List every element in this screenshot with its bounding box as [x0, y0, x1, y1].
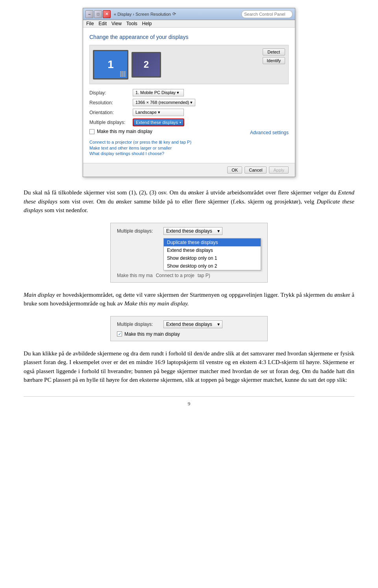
apply-button[interactable]: Apply — [269, 166, 289, 174]
para2-italic1: Main display — [24, 292, 55, 298]
display-dropdown[interactable]: 1. Mobile PC Display ▾ — [133, 89, 184, 96]
orientation-dropdown[interactable]: Landscape ▾ — [133, 109, 184, 116]
extend-multiple-row: Multiple displays: Extend these displays… — [117, 320, 261, 328]
para1-text3: som vist nedenfor. — [43, 207, 88, 213]
nav-arrow-icon: ⟳ — [172, 11, 176, 17]
paragraph-1: Du skal nå få tilkoblede skjermer vist s… — [24, 188, 354, 215]
orientation-label: Orientation: — [89, 110, 133, 115]
make-main-checkbox[interactable] — [89, 129, 94, 134]
display-dropdown-value: 1. Mobile PC Display ▾ — [135, 90, 179, 95]
dropdown-item-duplicate[interactable]: Duplicate these displays — [164, 239, 261, 246]
breadcrumb: « Display › Screen Resolution ⟳ — [114, 11, 241, 17]
detect-identify-group: Detect Identify — [263, 48, 285, 64]
resolution-dropdown[interactable]: 1366 × 768 (recommended) ▾ — [133, 99, 195, 106]
extend-multiple-label: Multiple displays: — [117, 322, 160, 327]
win-footer: OK Cancel Apply — [83, 163, 295, 177]
paragraph-2: Main display er hovedskjermområdet, og d… — [24, 290, 354, 308]
minimize-button[interactable]: – — [85, 10, 93, 18]
para2-italic2: Make this my main display. — [124, 300, 189, 307]
advanced-settings-link[interactable]: Advanced settings — [250, 130, 289, 135]
connect-partial: Connect to a proje — [156, 273, 195, 278]
menu-tools[interactable]: Tools — [126, 21, 137, 26]
menu-file[interactable]: File — [86, 21, 94, 26]
menu-edit[interactable]: Edit — [98, 21, 107, 26]
orientation-row: Orientation: Landscape ▾ — [89, 109, 289, 116]
menu-view[interactable]: View — [111, 21, 122, 26]
multiple-displays-row: Multiple displays: Extend these displays… — [89, 118, 289, 126]
cancel-button[interactable]: Cancel — [245, 166, 267, 174]
dropdown-item-show1[interactable]: Show desktop only on 1 — [164, 254, 261, 262]
dropdown-box-arrow: ▾ — [217, 228, 220, 234]
identify-button[interactable]: Identify — [263, 57, 285, 64]
resolution-label: Resolution: — [89, 100, 133, 105]
resolution-row: Resolution: 1366 × 768 (recommended) ▾ — [89, 99, 289, 106]
win-content: Change the appearance of your displays 1… — [83, 28, 295, 163]
make-main-label: Make this my main display — [97, 129, 152, 134]
extend-make-main-row: ✓ Make this my main display — [117, 331, 261, 337]
display-row: Display: 1. Mobile PC Display ▾ — [89, 89, 289, 96]
extend-dropdown-box[interactable]: Extend these displays ▾ — [163, 320, 222, 328]
dropdown-box[interactable]: Extend these displays ▾ — [163, 227, 222, 235]
dropdown-arrow-icon: ▾ — [180, 121, 181, 124]
extend-dropdown-arrow: ▾ — [217, 322, 220, 327]
multiple-displays-label: Multiple displays: — [89, 120, 133, 125]
orientation-value: Landscape ▾ — [135, 110, 160, 115]
link-projector[interactable]: Connect to a projector (or press the ⊞ k… — [89, 140, 289, 145]
dropdown-item-show2[interactable]: Show desktop only on 2 — [164, 262, 261, 270]
ok-button[interactable]: OK — [227, 166, 242, 174]
close-button[interactable]: ✕ — [103, 10, 111, 18]
screenshot-3: Multiple displays: Extend these displays… — [24, 316, 354, 341]
breadcrumb-text: « Display › Screen Resolution — [114, 12, 171, 17]
detect-button[interactable]: Detect — [263, 48, 285, 55]
para1-text1: Du skal nå få tilkoblede skjermer vist s… — [24, 189, 338, 196]
link-text-size[interactable]: Make text and other items larger or smal… — [89, 146, 289, 150]
dropdown-widget: Multiple displays: Extend these displays… — [110, 223, 268, 283]
win-dialog-display: – □ ✕ « Display › Screen Resolution ⟳ Fi… — [83, 8, 295, 177]
dropdown-list: Duplicate these displays Extend these di… — [163, 238, 261, 270]
multiple-displays-dropdown[interactable]: Extend these displays ▾ — [133, 118, 184, 126]
display-preview: 1 2 Detect Identify — [89, 45, 289, 84]
monitor-1-dots — [120, 71, 126, 77]
extend-make-main-label: Make this my main display — [124, 331, 180, 337]
win-titlebar: – □ ✕ « Display › Screen Resolution ⟳ — [83, 8, 295, 20]
make-main-partial: Make this my ma — [117, 273, 153, 278]
dropdown-multiple-label: Multiple displays: — [117, 228, 160, 234]
win-menubar: File Edit View Tools Help — [83, 20, 295, 28]
search-input[interactable] — [241, 10, 293, 18]
dropdown-box-value: Extend these displays — [166, 228, 212, 234]
screenshot-2: Multiple displays: Extend these displays… — [24, 223, 354, 283]
connect-links: Connect to a projector (or press the ⊞ k… — [89, 140, 289, 156]
maximize-button[interactable]: □ — [94, 10, 102, 18]
page-footer: 9 — [24, 396, 354, 407]
paragraph-3: Du kan klikke på de avbildede skjermene … — [24, 349, 354, 385]
para2-text: er hovedskjermområdet, og dette vil være… — [24, 292, 354, 307]
extend-make-main-checkbox[interactable]: ✓ — [117, 331, 122, 337]
dropdown-item-extend[interactable]: Extend these displays — [164, 246, 261, 254]
extend-widget: Multiple displays: Extend these displays… — [110, 316, 268, 341]
display-label: Display: — [89, 90, 133, 96]
dropdown-multiple-row: Multiple displays: Extend these displays… — [117, 227, 261, 235]
monitor-1[interactable]: 1 — [93, 50, 128, 80]
monitor-2-number: 2 — [144, 59, 149, 70]
monitor-1-number: 1 — [107, 58, 114, 71]
monitor-2[interactable]: 2 — [132, 52, 161, 78]
menu-help[interactable]: Help — [142, 21, 152, 26]
resolution-value: 1366 × 768 (recommended) ▾ — [135, 100, 193, 105]
para1-text2: som vist over. Om du ønsker samme bilde … — [57, 198, 317, 205]
page-number: 9 — [188, 401, 191, 407]
titlebar-buttons: – □ ✕ — [85, 10, 111, 18]
multiple-displays-value: Extend these displays — [136, 120, 178, 125]
screenshot-1: – □ ✕ « Display › Screen Resolution ⟳ Fi… — [24, 8, 354, 177]
dialog-title: Change the appearance of your displays — [89, 34, 289, 40]
extend-dropdown-value: Extend these displays — [166, 322, 212, 327]
tap-partial: tap P) — [198, 273, 210, 278]
make-main-row: Make this my main display — [89, 129, 152, 134]
link-display-settings[interactable]: What display settings should I choose? — [89, 151, 289, 156]
